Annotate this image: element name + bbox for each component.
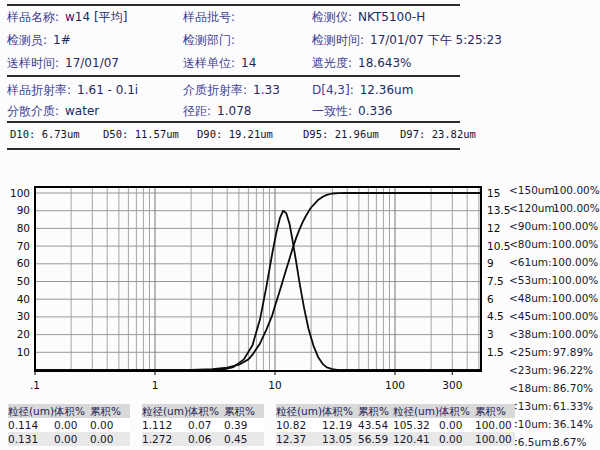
size-list-item: <38um:100.00%: [509, 328, 597, 340]
svg-text:40: 40: [17, 293, 30, 305]
svg-text:3: 3: [487, 328, 494, 340]
svg-text:.1: .1: [30, 379, 40, 391]
svg-text:12: 12: [487, 222, 500, 234]
table-header: 粒径(um)体积%累积%: [276, 404, 398, 418]
field-inspector: 检测员:1#: [7, 33, 71, 47]
field-d97: D97: 23.82um: [400, 128, 476, 140]
table-row: 12.3713.0556.59: [276, 432, 398, 446]
table-row: 105.320.00100.00: [393, 418, 515, 432]
table-row: 0.1140.000.00: [8, 418, 130, 432]
size-list-item: <13um:61.33%: [509, 400, 597, 412]
svg-text:60: 60: [17, 257, 30, 269]
svg-text:1.5: 1.5: [487, 346, 504, 358]
size-table-group: 粒径(um)体积%累积% 1.1120.070.39 1.2720.060.45: [142, 404, 264, 446]
size-list-item: <80um:100.00%: [509, 238, 597, 250]
table-row: 1.2720.060.45: [142, 432, 264, 446]
table-header: 粒径(um)体积%累积%: [393, 404, 515, 418]
svg-text:80: 80: [17, 222, 30, 234]
field-delivery-time: 送样时间:17/01/07: [7, 56, 119, 70]
svg-text:300: 300: [442, 379, 462, 391]
svg-text:10.5: 10.5: [487, 240, 510, 252]
size-list-item: <61um:100.00%: [509, 256, 597, 268]
svg-text:50: 50: [17, 275, 30, 287]
field-instrument: 检测仪:NKT5100-H: [312, 10, 425, 24]
svg-text:20: 20: [17, 328, 30, 340]
table-row: 1.1120.070.39: [142, 418, 264, 432]
svg-text:4.5: 4.5: [487, 310, 504, 322]
table-header: 粒径(um)体积%累积%: [8, 404, 130, 418]
svg-text:10: 10: [268, 379, 281, 391]
svg-text:10: 10: [17, 346, 30, 358]
field-d10: D10: 6.73um: [10, 128, 80, 140]
field-d43: D[4,3]:12.36um: [312, 83, 413, 97]
field-d95: D95: 21.96um: [303, 128, 379, 140]
size-list-item: <120um:100.00%: [509, 202, 597, 214]
size-list-item: <48um:100.00%: [509, 292, 597, 304]
size-list-item: <53um:100.00%: [509, 274, 597, 286]
table-row: 10.8212.1943.54: [276, 418, 398, 432]
table-header: 粒径(um)体积%累积%: [142, 404, 264, 418]
separator-line: [7, 121, 460, 123]
field-sample-name: 样品名称:w14 [平均]: [7, 10, 127, 24]
separator-line: [7, 75, 460, 77]
svg-text:30: 30: [17, 310, 30, 322]
size-table-group: 粒径(um)体积%累积% 0.1140.000.00 0.1310.000.00: [8, 404, 130, 446]
field-department: 检测部门:: [183, 33, 241, 47]
field-span: 径距:1.078: [183, 104, 251, 118]
size-list-item: <6.5um:8.67%: [509, 436, 597, 448]
svg-text:1: 1: [152, 379, 159, 391]
particle-size-report: 1009080706050403020101513.51210.597.564.…: [0, 0, 600, 450]
field-medium-ri: 介质折射率:1.33: [183, 83, 280, 97]
svg-text:70: 70: [17, 240, 30, 252]
size-table-group: 粒径(um)体积%累积% 10.8212.1943.54 12.3713.055…: [276, 404, 398, 446]
size-list-item: <90um:100.00%: [509, 220, 597, 232]
svg-text:7.5: 7.5: [487, 275, 504, 287]
field-d50: D50: 11.57um: [103, 128, 179, 140]
separator-line: [7, 148, 460, 150]
field-delivery-unit: 送样单位:14: [183, 56, 256, 70]
field-obscuration: 遮光度:18.643%: [312, 56, 411, 70]
field-uniformity: 一致性:0.336: [312, 104, 392, 118]
svg-text:100: 100: [385, 379, 405, 391]
svg-text:100: 100: [10, 187, 30, 199]
field-sample-batch: 样品批号:: [183, 10, 241, 24]
size-list-item: <25um:97.89%: [509, 346, 597, 358]
field-dispersant: 分散介质:water: [7, 104, 99, 118]
svg-text:90: 90: [17, 204, 30, 216]
table-row: 120.410.00100.00: [393, 432, 515, 446]
svg-text:9: 9: [487, 257, 494, 269]
separator-line: [7, 4, 460, 6]
size-list-item: <18um:86.70%: [509, 382, 597, 394]
svg-text:13.5: 13.5: [487, 204, 510, 216]
field-test-time: 检测时间:17/01/07 下午 5:25:23: [312, 33, 502, 47]
size-list-item: <150um:100.00%: [509, 184, 597, 196]
field-d90: D90: 19.21um: [197, 128, 273, 140]
table-row: 0.1310.000.00: [8, 432, 130, 446]
size-list-item: <10um:36.14%: [509, 418, 597, 430]
svg-text:6: 6: [487, 293, 494, 305]
size-list-item: <23um:96.22%: [509, 364, 597, 376]
field-sample-ri: 样品折射率:1.61 - 0.1i: [7, 83, 138, 97]
svg-text:15: 15: [487, 187, 500, 199]
size-list-item: <45um:100.00%: [509, 310, 597, 322]
size-table-group: 粒径(um)体积%累积% 105.320.00100.00 120.410.00…: [393, 404, 515, 446]
